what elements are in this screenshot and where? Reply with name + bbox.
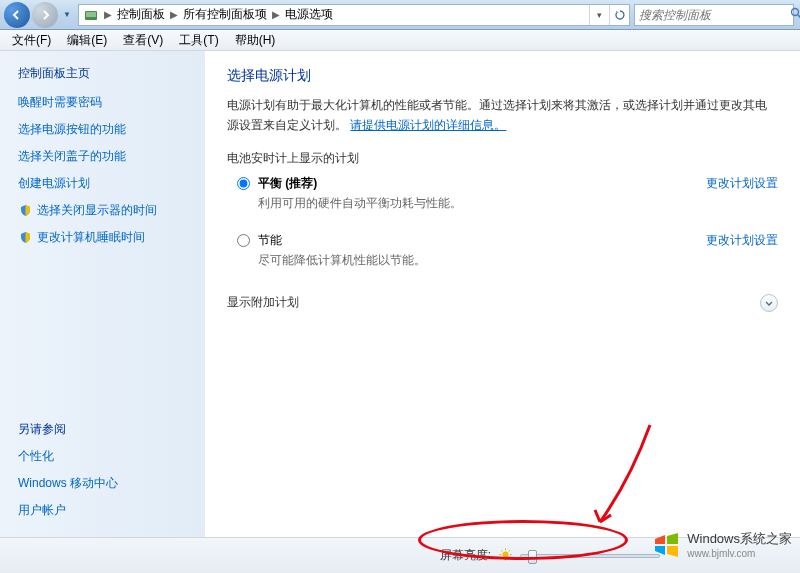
see-also-personalization[interactable]: 个性化 [18,448,195,465]
plan-description: 尽可能降低计算机性能以节能。 [258,252,690,269]
plan-description: 利用可用的硬件自动平衡功耗与性能。 [258,195,690,212]
plan-name: 平衡 (推荐) [258,175,690,192]
refresh-icon [614,9,626,21]
breadcrumb-item[interactable]: 控制面板 [115,6,167,23]
refresh-button[interactable] [609,5,629,25]
plan-group: 平衡 (推荐) 利用可用的硬件自动平衡功耗与性能。 更改计划设置 节能 尽可能降… [237,175,778,269]
sidebar: 控制面板主页 唤醒时需要密码 选择电源按钮的功能 选择关闭盖子的功能 创建电源计… [0,51,205,537]
breadcrumb-dropdown[interactable]: ▾ [589,5,609,25]
svg-line-10 [509,557,510,558]
page-description: 电源计划有助于最大化计算机的性能或者节能。通过选择计划来将其激活，或选择计划并通… [227,95,778,136]
search-icon [790,7,800,23]
svg-rect-1 [86,12,96,17]
menu-file[interactable]: 文件(F) [6,30,57,51]
bottom-bar: 屏幕亮度: [0,537,800,573]
sidebar-link-create-plan[interactable]: 创建电源计划 [18,175,195,192]
search-box[interactable] [634,4,794,26]
control-panel-icon [83,7,99,23]
plan-radio-balanced[interactable] [237,177,250,190]
breadcrumb-separator: ▶ [269,9,283,20]
plan-change-link[interactable]: 更改计划设置 [706,232,778,249]
plan-balanced: 平衡 (推荐) 利用可用的硬件自动平衡功耗与性能。 更改计划设置 [237,175,778,212]
breadcrumb-separator: ▶ [167,9,181,20]
plan-change-link[interactable]: 更改计划设置 [706,175,778,192]
sidebar-link-power-button[interactable]: 选择电源按钮的功能 [18,121,195,138]
search-input[interactable] [639,8,790,22]
main-area: 控制面板主页 唤醒时需要密码 选择电源按钮的功能 选择关闭盖子的功能 创建电源计… [0,51,800,537]
sun-icon [499,548,512,564]
menu-view[interactable]: 查看(V) [117,30,169,51]
section-label: 电池安时计上显示的计划 [227,150,778,167]
nav-buttons: ▼ [0,2,74,28]
brightness-label: 屏幕亮度: [440,547,491,564]
see-also-mobility[interactable]: Windows 移动中心 [18,475,195,492]
plan-name: 节能 [258,232,690,249]
expand-additional-plans[interactable]: 显示附加计划 [227,291,778,315]
see-also-title: 另请参阅 [18,421,195,438]
breadcrumb-item[interactable]: 所有控制面板项 [181,6,269,23]
menu-tools[interactable]: 工具(T) [173,30,224,51]
breadcrumb-separator: ▶ [101,9,115,20]
expand-label: 显示附加计划 [227,294,299,311]
svg-line-12 [509,550,510,551]
plan-powersaver: 节能 尽可能降低计算机性能以节能。 更改计划设置 [237,232,778,269]
shield-icon [18,231,32,245]
slider-thumb[interactable] [528,550,537,564]
navigation-bar: ▼ ▶ 控制面板 ▶ 所有控制面板项 ▶ 电源选项 ▾ [0,0,800,30]
arrow-left-icon [11,9,23,21]
arrow-right-icon [39,9,51,21]
svg-line-9 [501,550,502,551]
sidebar-link-wake-password[interactable]: 唤醒时需要密码 [18,94,195,111]
breadcrumb[interactable]: ▶ 控制面板 ▶ 所有控制面板项 ▶ 电源选项 ▾ [78,4,630,26]
see-also-users[interactable]: 用户帐户 [18,502,195,519]
svg-line-11 [501,557,502,558]
sidebar-home[interactable]: 控制面板主页 [18,65,195,82]
sidebar-link-display-off[interactable]: 选择关闭显示器的时间 [18,202,195,219]
menu-bar: 文件(F) 编辑(E) 查看(V) 工具(T) 帮助(H) [0,30,800,51]
svg-point-2 [792,8,799,15]
chevron-down-icon[interactable] [760,294,778,312]
page-title: 选择电源计划 [227,67,778,85]
brightness-slider[interactable] [520,554,660,558]
shield-icon [18,204,32,218]
content-pane: 选择电源计划 电源计划有助于最大化计算机的性能或者节能。通过选择计划来将其激活，… [205,51,800,537]
back-button[interactable] [4,2,30,28]
menu-edit[interactable]: 编辑(E) [61,30,113,51]
detail-info-link[interactable]: 请提供电源计划的详细信息。 [350,118,506,132]
sidebar-link-sleep-time[interactable]: 更改计算机睡眠时间 [18,229,195,246]
sidebar-link-close-lid[interactable]: 选择关闭盖子的功能 [18,148,195,165]
breadcrumb-end-buttons: ▾ [589,5,629,25]
plan-radio-powersaver[interactable] [237,234,250,247]
svg-point-4 [503,551,509,557]
breadcrumb-item[interactable]: 电源选项 [283,6,335,23]
nav-history-dropdown[interactable]: ▼ [60,6,74,24]
menu-help[interactable]: 帮助(H) [229,30,282,51]
forward-button[interactable] [32,2,58,28]
